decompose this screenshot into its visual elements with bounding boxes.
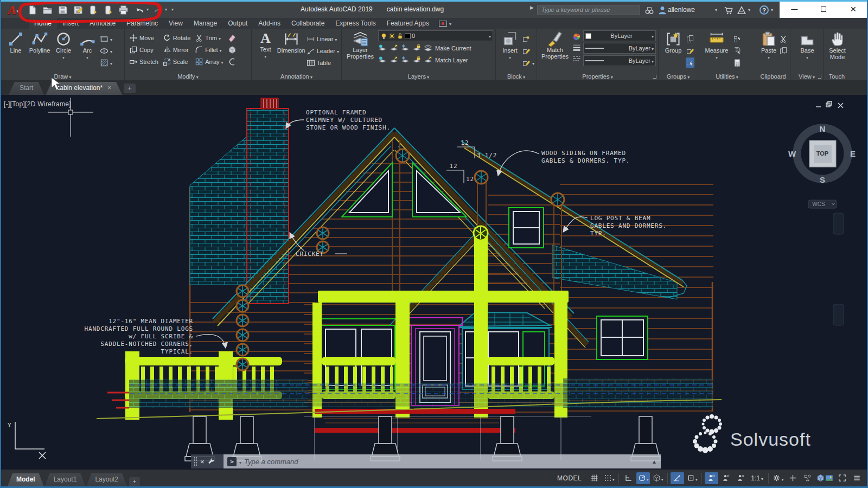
open-from-mobile-button[interactable] (86, 3, 100, 16)
linear-button[interactable]: Linear (307, 34, 339, 44)
viewport-controls-label[interactable]: [-][Top][2D Wireframe] (4, 100, 71, 108)
undo-dropdown[interactable] (146, 7, 149, 12)
undo-button[interactable] (132, 3, 146, 16)
a360-dropdown[interactable] (748, 8, 750, 12)
edit-block-button[interactable] (522, 46, 534, 56)
signed-in-user[interactable]: allenlowe (668, 6, 695, 14)
tab-insert[interactable]: Insert (57, 18, 84, 29)
object-snap-tracking-toggle[interactable] (671, 472, 684, 484)
make-current-button[interactable]: Make Current (435, 45, 471, 52)
new-file-button[interactable] (25, 3, 39, 16)
layer-select[interactable]: 0 (378, 30, 493, 41)
new-layout-button[interactable] (129, 477, 140, 486)
layout1-tab[interactable]: Layout1 (45, 473, 86, 486)
tab-home[interactable]: Home (29, 18, 57, 29)
properties-expander[interactable] (653, 75, 656, 79)
navigation-bar-segment[interactable] (833, 304, 844, 325)
annotation-monitor-button[interactable] (786, 472, 800, 484)
workspace-switching-button[interactable] (771, 472, 785, 484)
measure-button[interactable]: Measure (701, 31, 732, 68)
base-button[interactable]: Base (796, 31, 819, 61)
panel-title-groups[interactable]: Groups (659, 73, 698, 80)
save-as-button[interactable] (71, 3, 85, 16)
select-mode-button[interactable]: Select Mode (827, 31, 848, 60)
layer-thaw-icon[interactable] (401, 56, 410, 65)
open-file-button[interactable] (40, 3, 54, 16)
app-store-cart-icon[interactable] (723, 4, 735, 16)
layer-lock-icon[interactable] (412, 44, 421, 53)
linetype-icon[interactable] (572, 54, 581, 63)
line-button[interactable]: Line (4, 31, 27, 68)
tab-annotate[interactable]: Annotate (84, 18, 121, 29)
mirror-button[interactable]: Mirror (163, 44, 190, 55)
panel-title-utilities[interactable]: Utilities (698, 73, 756, 80)
customization-button[interactable] (850, 472, 864, 484)
ungroup-button[interactable] (686, 34, 694, 44)
annotation-scale-icon[interactable] (734, 472, 748, 484)
select-similar-button[interactable] (733, 34, 742, 44)
define-attributes-button[interactable] (522, 57, 534, 68)
object-color-select[interactable]: ByLayer (583, 30, 656, 41)
layer-off-icon[interactable] (378, 44, 387, 53)
annotation-visibility-toggle[interactable] (705, 472, 718, 484)
join-button[interactable] (228, 56, 237, 67)
panel-title-annotation[interactable]: Annotation (252, 73, 341, 80)
paste-button[interactable]: Paste (760, 31, 778, 61)
leader-button[interactable]: Leader (307, 46, 339, 56)
isometric-drafting-toggle[interactable] (651, 472, 665, 484)
polyline-button[interactable]: Polyline (28, 31, 51, 68)
move-button[interactable]: Move (129, 33, 158, 43)
group-selection-toggle[interactable] (686, 57, 694, 68)
group-edit-button[interactable] (686, 46, 694, 56)
document-tab[interactable]: cabin elevation* (46, 82, 122, 95)
command-history-expand-icon[interactable] (652, 459, 657, 465)
user-dropdown[interactable] (715, 8, 717, 12)
save-button[interactable] (55, 3, 69, 16)
search-collapse-icon[interactable] (530, 5, 534, 10)
text-button[interactable]: AText (255, 31, 276, 68)
object-snap-toggle[interactable] (685, 472, 699, 484)
command-line-grip[interactable] (194, 457, 197, 466)
group-button[interactable]: Group (662, 31, 685, 68)
redo-button[interactable] (151, 3, 165, 16)
layer-properties-button[interactable]: Layer Properties (345, 30, 375, 65)
ortho-toggle[interactable] (622, 472, 635, 484)
circle-button[interactable]: Circle (52, 31, 75, 68)
match-layer-icon[interactable] (424, 56, 432, 65)
close-tab-icon[interactable] (107, 84, 111, 92)
panel-title-properties[interactable]: Properties (537, 73, 658, 80)
copy-button[interactable]: Copy (129, 44, 158, 55)
copy-clip-button[interactable] (779, 46, 788, 56)
isolate-objects-button[interactable] (801, 472, 814, 484)
arc-button[interactable]: Arc (76, 31, 99, 68)
qat-customize-dropdown[interactable] (171, 7, 174, 12)
drawing-area[interactable]: OPTIONAL FRAMED CHIMNEY W/ CULTURED STON… (0, 95, 868, 470)
start-tab[interactable]: Start (9, 82, 44, 95)
match-layer-button[interactable]: Match Layer (435, 57, 468, 63)
recent-commands-dropdown[interactable] (239, 458, 241, 466)
make-current-icon[interactable] (424, 44, 432, 53)
stretch-button[interactable]: Stretch (129, 56, 158, 67)
panel-title-modify[interactable]: Modify (125, 73, 251, 80)
ucs-icon[interactable]: Y (8, 422, 46, 459)
model-space-indicator[interactable]: MODEL (552, 474, 586, 482)
graphics-performance-button[interactable] (815, 472, 834, 484)
insert-block-button[interactable]: Insert (499, 31, 521, 68)
tab-express-tools[interactable]: Express Tools (330, 18, 381, 29)
match-properties-button[interactable]: Match Properties (540, 30, 570, 66)
explode-button[interactable] (228, 44, 237, 55)
linetype-select[interactable]: ByLayer (583, 55, 656, 66)
panel-title-touch[interactable]: Touch (824, 73, 850, 80)
color-wheel-icon[interactable] (572, 33, 581, 41)
save-to-mobile-button[interactable] (101, 3, 115, 16)
ribbon-display-icon[interactable] (439, 21, 447, 27)
erase-button[interactable] (228, 33, 237, 43)
tab-featured-apps[interactable]: Featured Apps (381, 18, 435, 29)
navigation-bar-segment[interactable] (833, 213, 844, 234)
panel-title-block[interactable]: Block (496, 73, 537, 80)
rectangle-button[interactable] (100, 34, 112, 44)
help-icon[interactable]: ? (760, 5, 769, 15)
drawing-canvas[interactable]: OPTIONAL FRAMED CHIMNEY W/ CULTURED STON… (0, 95, 868, 470)
panel-title-clipboard[interactable]: Clipboard (756, 73, 790, 80)
view-cube[interactable]: N W E S TOP (788, 124, 856, 184)
